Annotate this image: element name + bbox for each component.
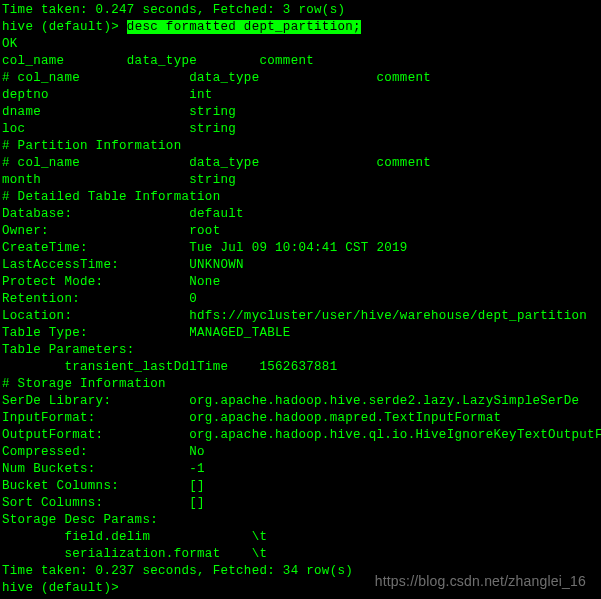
column-deptno: deptno int <box>2 87 599 104</box>
storage-serde: SerDe Library: org.apache.hadoop.hive.se… <box>2 393 599 410</box>
hive-prompt: hive (default)> <box>2 20 127 34</box>
hive-prompt-2: hive (default)> <box>2 581 127 595</box>
partition-header: # col_name data_type comment <box>2 155 599 172</box>
detailed-lastaccess: LastAccessTime: UNKNOWN <box>2 257 599 274</box>
storage-fielddelim: field.delim \t <box>2 529 599 546</box>
detailed-title: # Detailed Table Information <box>2 189 599 206</box>
partition-month: month string <box>2 172 599 189</box>
detailed-owner: Owner: root <box>2 223 599 240</box>
ok-response: OK <box>2 36 599 53</box>
prev-time-taken: Time taken: 0.247 seconds, Fetched: 3 ro… <box>2 2 599 19</box>
watermark-text: https://blog.csdn.net/zhanglei_16 <box>375 572 586 591</box>
header-row-2: # col_name data_type comment <box>2 70 599 87</box>
storage-descparams: Storage Desc Params: <box>2 512 599 529</box>
detailed-transient: transient_lastDdlTime 1562637881 <box>2 359 599 376</box>
detailed-createtime: CreateTime: Tue Jul 09 10:04:41 CST 2019 <box>2 240 599 257</box>
storage-title: # Storage Information <box>2 376 599 393</box>
storage-inputformat: InputFormat: org.apache.hadoop.mapred.Te… <box>2 410 599 427</box>
detailed-tableparams: Table Parameters: <box>2 342 599 359</box>
storage-numbuckets: Num Buckets: -1 <box>2 461 599 478</box>
column-loc: loc string <box>2 121 599 138</box>
detailed-protectmode: Protect Mode: None <box>2 274 599 291</box>
partition-title: # Partition Information <box>2 138 599 155</box>
storage-compressed: Compressed: No <box>2 444 599 461</box>
detailed-tabletype: Table Type: MANAGED_TABLE <box>2 325 599 342</box>
storage-serformat: serialization.format \t <box>2 546 599 563</box>
detailed-retention: Retention: 0 <box>2 291 599 308</box>
detailed-database: Database: default <box>2 206 599 223</box>
storage-bucketcols: Bucket Columns: [] <box>2 478 599 495</box>
prompt-line-1[interactable]: hive (default)> desc formatted dept_part… <box>2 19 599 36</box>
header-row-1: col_name data_type comment <box>2 53 599 70</box>
storage-outputformat: OutputFormat: org.apache.hadoop.hive.ql.… <box>2 427 599 444</box>
column-dname: dname string <box>2 104 599 121</box>
detailed-location: Location: hdfs://mycluster/user/hive/war… <box>2 308 599 325</box>
storage-sortcols: Sort Columns: [] <box>2 495 599 512</box>
entered-command: desc formatted dept_partition; <box>127 20 361 34</box>
